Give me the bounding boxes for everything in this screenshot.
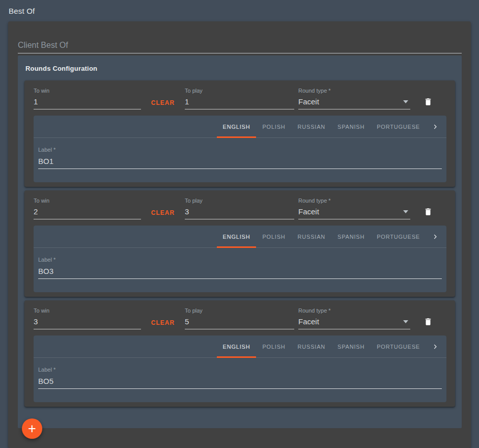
to-win-input[interactable]: [34, 207, 141, 219]
tab-english[interactable]: ENGLISH: [217, 116, 257, 137]
delete-round-button[interactable]: [421, 315, 435, 328]
round-type-select[interactable]: Faceit: [298, 97, 410, 109]
round-fields-row: To win CLEAR To play Round type * Faceit: [24, 198, 455, 223]
label-input[interactable]: [38, 157, 442, 169]
best-of-card: Rounds Configuration To win CLEAR To pla…: [8, 21, 471, 448]
tab-spanish[interactable]: SPANISH: [331, 116, 371, 137]
round-card-bo5: To win CLEAR To play Round type * Faceit: [24, 300, 455, 407]
language-panel: ENGLISH POLISH RUSSIAN SPANISH PORTUGUES…: [34, 226, 446, 292]
delete-round-button[interactable]: [421, 95, 435, 108]
trash-icon: [424, 206, 433, 217]
to-win-input[interactable]: [34, 317, 141, 329]
tab-polish[interactable]: POLISH: [256, 226, 291, 247]
trash-icon: [424, 96, 433, 107]
more-languages-button[interactable]: [431, 226, 439, 247]
tab-spanish[interactable]: SPANISH: [331, 226, 371, 247]
plus-icon: +: [28, 421, 36, 436]
round-card-bo1: To win CLEAR To play Round type * Faceit: [24, 80, 455, 187]
label-label: Label *: [38, 367, 55, 373]
to-play-label: To play: [185, 198, 294, 204]
label-label: Label *: [38, 147, 55, 153]
clear-button[interactable]: CLEAR: [141, 307, 185, 326]
round-type-value: Faceit: [298, 97, 319, 106]
tab-english[interactable]: ENGLISH: [217, 226, 257, 247]
to-play-input[interactable]: [185, 207, 294, 219]
round-type-field: Round type * Faceit: [298, 88, 410, 109]
label-input[interactable]: [38, 377, 442, 389]
label-label: Label *: [38, 257, 55, 263]
to-win-input[interactable]: [34, 97, 141, 109]
add-round-button[interactable]: +: [22, 418, 42, 439]
to-win-label: To win: [34, 307, 141, 314]
language-panel: ENGLISH POLISH RUSSIAN SPANISH PORTUGUES…: [34, 116, 446, 182]
language-tabs: ENGLISH POLISH RUSSIAN SPANISH PORTUGUES…: [34, 335, 446, 358]
round-card-bo3: To win CLEAR To play Round type * Faceit: [24, 190, 455, 297]
label-field: Label *: [34, 248, 446, 292]
tab-portuguese[interactable]: PORTUGUESE: [371, 116, 426, 137]
to-play-field: To play: [185, 307, 294, 329]
more-languages-button[interactable]: [431, 335, 439, 357]
chevron-down-icon: [403, 210, 408, 213]
clear-button[interactable]: CLEAR: [141, 198, 185, 216]
tab-russian[interactable]: RUSSIAN: [292, 335, 332, 357]
tab-portuguese[interactable]: PORTUGUESE: [371, 226, 426, 247]
page-title: Best Of: [0, 0, 479, 21]
tab-russian[interactable]: RUSSIAN: [292, 226, 332, 247]
trash-icon: [424, 316, 433, 327]
to-play-label: To play: [185, 88, 294, 94]
to-win-field: To win: [34, 307, 141, 329]
tab-polish[interactable]: POLISH: [256, 116, 291, 137]
round-type-select[interactable]: Faceit: [298, 207, 410, 219]
language-tabs: ENGLISH POLISH RUSSIAN SPANISH PORTUGUES…: [34, 116, 446, 138]
round-type-label: Round type *: [298, 307, 410, 314]
chevron-down-icon: [403, 320, 408, 323]
tab-spanish[interactable]: SPANISH: [331, 335, 371, 357]
rounds-configuration-panel: Rounds Configuration To win CLEAR To pla…: [18, 55, 462, 428]
to-win-field: To win: [34, 88, 141, 109]
round-type-select[interactable]: Faceit: [298, 317, 410, 329]
round-type-label: Round type *: [298, 88, 410, 94]
round-fields-row: To win CLEAR To play Round type * Faceit: [24, 307, 455, 333]
round-type-field: Round type * Faceit: [298, 307, 410, 329]
tab-portuguese[interactable]: PORTUGUESE: [371, 335, 426, 357]
clear-button[interactable]: CLEAR: [141, 88, 185, 106]
label-input[interactable]: [38, 267, 442, 279]
to-play-input[interactable]: [185, 97, 294, 109]
tab-english[interactable]: ENGLISH: [217, 335, 257, 357]
language-tabs: ENGLISH POLISH RUSSIAN SPANISH PORTUGUES…: [34, 226, 446, 248]
chevron-down-icon: [403, 100, 408, 103]
round-type-value: Faceit: [298, 207, 319, 216]
tab-polish[interactable]: POLISH: [256, 335, 291, 357]
to-win-field: To win: [34, 198, 141, 219]
rounds-configuration-title: Rounds Configuration: [25, 65, 454, 72]
to-play-input[interactable]: [185, 317, 294, 329]
language-panel: ENGLISH POLISH RUSSIAN SPANISH PORTUGUES…: [34, 335, 446, 402]
to-win-label: To win: [34, 198, 141, 204]
label-field: Label *: [34, 358, 446, 402]
more-languages-button[interactable]: [431, 116, 439, 137]
round-type-value: Faceit: [298, 317, 319, 326]
to-play-field: To play: [185, 88, 294, 109]
tab-russian[interactable]: RUSSIAN: [292, 116, 332, 137]
round-fields-row: To win CLEAR To play Round type * Faceit: [24, 88, 455, 113]
client-best-of-input[interactable]: [18, 41, 462, 53]
chevron-right-icon: [432, 234, 438, 240]
to-win-label: To win: [34, 88, 141, 94]
round-type-label: Round type *: [298, 198, 410, 204]
delete-round-button[interactable]: [421, 205, 435, 218]
to-play-field: To play: [185, 198, 294, 219]
label-field: Label *: [34, 138, 446, 182]
round-type-field: Round type * Faceit: [298, 198, 410, 219]
chevron-right-icon: [432, 344, 438, 350]
to-play-label: To play: [185, 307, 294, 314]
chevron-right-icon: [432, 124, 438, 130]
